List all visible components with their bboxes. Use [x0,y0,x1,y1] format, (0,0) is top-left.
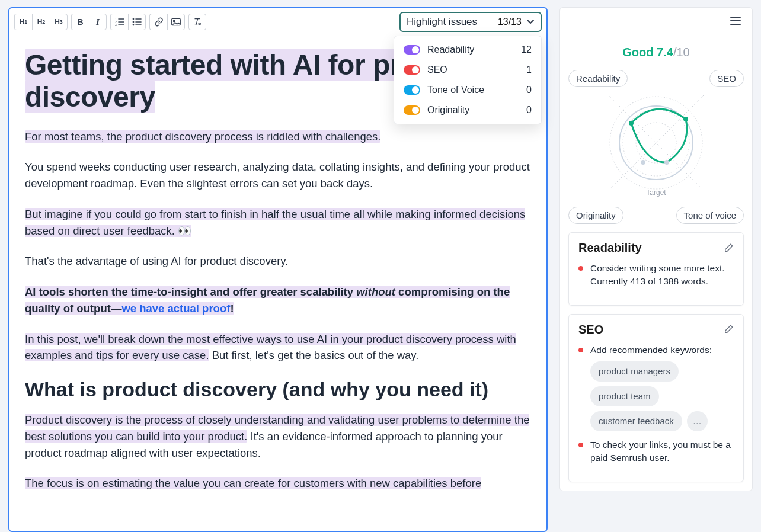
bullet-dot-icon [578,443,583,447]
h3-button[interactable]: H3 [50,14,68,30]
pill-seo[interactable]: SEO [709,70,744,87]
highlight-count: 13/13 [498,17,522,27]
seo-card: SEO Add recommended keywords: product ma… [568,314,744,482]
readability-item: Consider writing some more text. Current… [578,262,734,289]
image-button[interactable] [167,14,185,30]
toggle-readability[interactable] [404,45,420,55]
toggle-tone[interactable] [404,85,420,95]
svg-point-13 [174,20,175,22]
dd-item-readability[interactable]: Readability 12 [394,40,541,60]
readability-card: Readability Consider writing some more t… [568,232,744,306]
svg-point-9 [133,18,135,20]
pill-tone[interactable]: Tone of voice [676,207,744,224]
doc-p8: The focus is on estimating the value you… [25,477,481,489]
bullet-dot-icon [578,266,583,271]
doc-p3: But imagine if you could go from start t… [25,208,525,237]
svg-text:3: 3 [115,23,117,26]
side-panel: Good 7.4/10 Readability SEO Originality … [559,7,753,532]
ordered-list-button[interactable]: 123 [110,14,128,30]
score-display: Good 7.4/10 [560,46,752,59]
highlight-label: Highlight issues [407,16,477,28]
svg-point-26 [641,160,645,165]
hamburger-icon[interactable] [727,14,744,28]
svg-point-10 [133,21,135,23]
keyword-chip[interactable]: product managers [590,361,679,382]
dd-item-originality[interactable]: Originality 0 [394,100,541,120]
highlight-dropdown: Readability 12 SEO 1 Tone of Voice 0 Ori… [394,36,542,124]
target-label: Target [646,188,666,197]
svg-point-24 [683,117,688,121]
svg-point-25 [664,160,669,165]
highlight-issues-select[interactable]: Highlight issues 13/13 [399,12,542,32]
toolbar: H1 H2 H3 B I 123 [9,8,546,36]
h1-button[interactable]: H1 [14,14,32,30]
edit-icon[interactable] [723,324,734,335]
proof-link[interactable]: we have actual proof [121,302,230,315]
doc-h2: What is product discovery (and why you n… [25,378,531,401]
svg-point-11 [133,24,135,26]
doc-p6: In this post, we'll break down the most … [25,331,531,364]
dd-item-tone[interactable]: Tone of Voice 0 [394,80,541,100]
seo-item-links: To check your links, you must be a paid … [578,438,734,465]
readability-title: Readability [578,241,642,255]
pill-originality[interactable]: Originality [568,207,623,224]
keyword-chip[interactable]: product team [590,386,659,406]
bullet-dot-icon [578,348,583,352]
bold-button[interactable]: B [71,14,89,30]
italic-button[interactable]: I [89,14,107,30]
doc-p2: You spend weeks conducting user research… [25,159,531,192]
keyword-chip-more[interactable]: … [687,411,708,431]
doc-p4: That's the advantage of using AI for pro… [25,253,531,270]
svg-point-18 [623,110,689,176]
unordered-list-button[interactable] [128,14,146,30]
seo-item-keywords: Add recommended keywords: product manage… [578,344,734,431]
link-button[interactable] [149,14,167,30]
doc-p5: AI tools shorten the time-to-insight and… [25,284,531,317]
toggle-originality[interactable] [404,105,420,115]
h2-button[interactable]: H2 [32,14,50,30]
editor-panel: H1 H2 H3 B I 123 [8,7,548,532]
seo-title: SEO [578,323,603,336]
doc-p1: For most teams, the product discovery pr… [25,130,380,143]
score-panel: Good 7.4/10 Readability SEO Originality … [559,7,753,491]
chevron-down-icon [526,19,535,25]
svg-point-23 [629,121,634,126]
clear-format-button[interactable] [188,14,206,30]
toggle-seo[interactable] [404,65,420,75]
radar-chart: Readability SEO Originality Tone of voic… [566,70,746,224]
edit-icon[interactable] [723,243,734,254]
dd-item-seo[interactable]: SEO 1 [394,60,541,80]
doc-p7: Product discovery is the process of clos… [25,412,531,461]
pill-readability[interactable]: Readability [568,70,628,87]
keyword-chip[interactable]: customer feedback [590,411,682,431]
